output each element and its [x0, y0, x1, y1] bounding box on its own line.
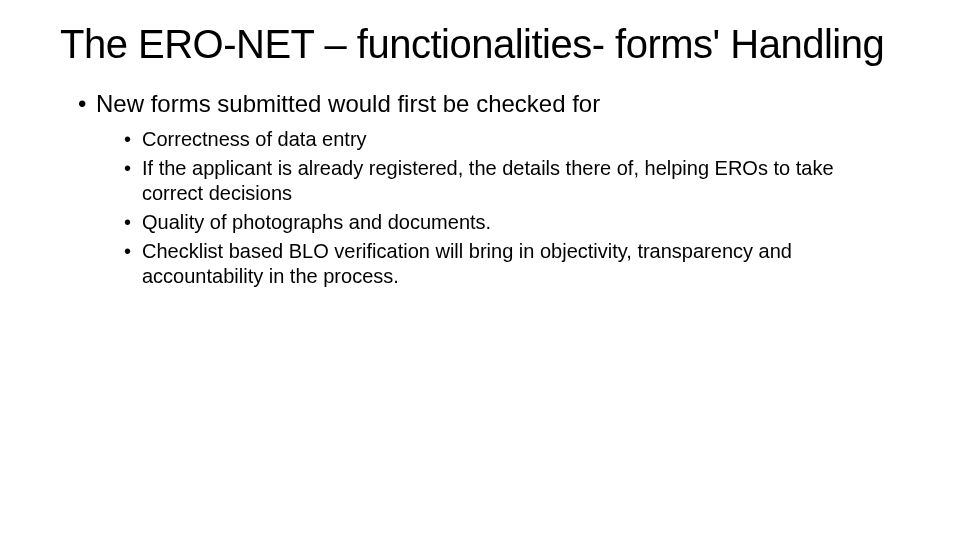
bullet-list-level1: New forms submitted would first be check… [60, 88, 900, 289]
list-item-text: Quality of photographs and documents. [142, 211, 491, 233]
list-item: Quality of photographs and documents. [124, 210, 900, 235]
list-item: Checklist based BLO verification will br… [124, 239, 900, 289]
bullet-list-level2: Correctness of data entry If the applica… [96, 127, 900, 289]
list-item-text: Checklist based BLO verification will br… [142, 240, 792, 287]
list-item-text: New forms submitted would first be check… [96, 90, 600, 117]
list-item: New forms submitted would first be check… [78, 88, 900, 289]
slide-title: The ERO-NET – functionalities- forms' Ha… [60, 22, 900, 66]
list-item-text: If the applicant is already registered, … [142, 157, 834, 204]
list-item: Correctness of data entry [124, 127, 900, 152]
list-item-text: Correctness of data entry [142, 128, 367, 150]
list-item: If the applicant is already registered, … [124, 156, 900, 206]
slide: The ERO-NET – functionalities- forms' Ha… [0, 0, 960, 540]
